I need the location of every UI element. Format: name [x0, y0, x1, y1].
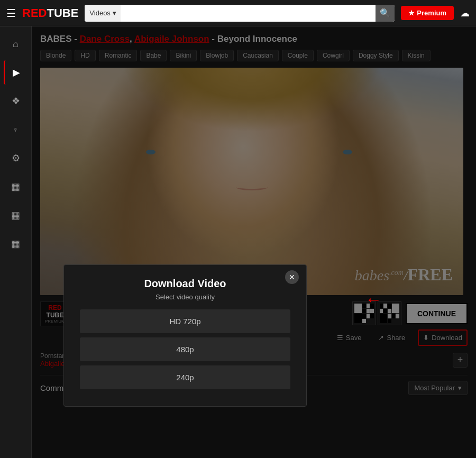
tag-blonde[interactable]: Blonde — [40, 50, 71, 61]
tag-couple[interactable]: Couple — [282, 50, 314, 61]
video-title: BABES - Dane Cross, Abigaile Johnson - B… — [40, 34, 468, 44]
sidebar-item-settings[interactable]: ⚙ — [4, 146, 28, 170]
quality-480p-button[interactable]: 480p — [80, 337, 290, 361]
top-navigation: ☰ REDTUBE Videos ▾ 🔍 ★ Premium ☁ — [0, 0, 476, 26]
share-icon: ↗ — [378, 334, 384, 342]
comments-sort-dropdown[interactable]: Most Popular ▾ — [408, 381, 468, 395]
search-type-label: Videos — [89, 9, 111, 17]
video-title-prefix: BABES - — [40, 34, 80, 44]
site-logo[interactable]: REDTUBE — [22, 6, 78, 20]
share-button[interactable]: ↗ Share — [374, 331, 409, 345]
save-icon: ☰ — [337, 334, 343, 342]
video-player[interactable]: babes.com/FREE — [40, 68, 463, 295]
search-type-dropdown[interactable]: Videos ▾ — [85, 5, 121, 22]
quality-hd720p-button[interactable]: HD 720p — [80, 309, 290, 333]
video-title-suffix: - Beyond Innocence — [209, 34, 297, 44]
tag-doggystyle[interactable]: Doggy Style — [353, 50, 399, 61]
slash-text: / — [404, 267, 408, 283]
search-bar: Videos ▾ 🔍 — [85, 5, 395, 22]
logo-red-text: RED — [22, 6, 47, 20]
close-icon: ✕ — [289, 273, 295, 281]
qr-continue-area: CONTINUE — [352, 301, 468, 325]
dropdown-arrow-icon: ▾ — [113, 9, 116, 17]
sidebar-item-home[interactable]: ⌂ — [4, 32, 28, 56]
sidebar-item-playlists[interactable]: ▦ — [4, 203, 28, 227]
save-label: Save — [346, 334, 362, 342]
sidebar-item-pornstars[interactable]: ♀ — [4, 117, 28, 142]
quality-240p-button[interactable]: 240p — [80, 365, 290, 389]
search-input[interactable] — [121, 5, 376, 22]
tag-kissing[interactable]: Kissin — [402, 50, 431, 61]
pornstars-icon: ♀ — [13, 125, 19, 134]
video-tags: Blonde HD Romantic Babe Bikini Blowjob C… — [40, 50, 468, 61]
channel-logo-white: TUBE — [47, 312, 64, 319]
modal-subtitle: Select video quality — [80, 293, 290, 301]
sidebar-item-more[interactable]: ▦ — [4, 232, 28, 256]
tag-cowgirl[interactable]: Cowgirl — [317, 50, 350, 61]
tag-romantic[interactable]: Romantic — [99, 50, 138, 61]
search-icon: 🔍 — [380, 8, 390, 18]
tag-caucasian[interactable]: Caucasian — [237, 50, 279, 61]
hamburger-icon[interactable]: ☰ — [6, 7, 16, 20]
comments-sort-label: Most Popular — [414, 384, 455, 392]
video-actions: ☰ Save ↗ Share ⬇ Download — [333, 329, 468, 346]
logo-white-text: TUBE — [47, 6, 78, 20]
save-button[interactable]: ☰ Save — [333, 331, 366, 345]
content-area: BABES - Dane Cross, Abigaile Johnson - B… — [32, 26, 476, 458]
star-icon: ★ — [408, 9, 415, 17]
babes-watermark: babes.com/FREE — [355, 265, 453, 285]
video-title-link2[interactable]: Abigaile Johnson — [134, 34, 209, 44]
video-thumbnail: babes.com/FREE — [40, 68, 463, 295]
premium-label: Premium — [417, 9, 446, 17]
playlists-icon: ▦ — [11, 209, 20, 221]
sidebar-item-categories[interactable]: ❖ — [4, 89, 28, 113]
video-title-link1[interactable]: Dane Cross — [80, 34, 130, 44]
babes-text: babes.com — [355, 267, 404, 283]
tag-hd[interactable]: HD — [75, 50, 95, 61]
tag-babe[interactable]: Babe — [140, 50, 167, 61]
free-text: FREE — [408, 265, 453, 284]
video-title-sep: , — [130, 34, 134, 44]
gear-icon: ⚙ — [12, 152, 20, 164]
tag-bikini[interactable]: Bikini — [170, 50, 197, 61]
tag-blowjob[interactable]: Blowjob — [200, 50, 234, 61]
modal-title: Download Video — [80, 278, 290, 290]
main-layout: ⌂ ▶ ❖ ♀ ⚙ ▦ ▦ ▦ BABES - Dane Cross, Abig… — [0, 26, 476, 458]
upload-icon[interactable]: ☁ — [460, 7, 470, 19]
add-pornstar-button[interactable]: + — [453, 353, 468, 368]
channel-logo-red: RED — [48, 304, 61, 312]
download-label: Download — [432, 334, 462, 342]
sidebar-item-channels[interactable]: ▦ — [4, 175, 28, 199]
download-button[interactable]: ⬇ Download — [418, 329, 468, 346]
sidebar-item-videos[interactable]: ▶ — [4, 60, 28, 85]
categories-icon: ❖ — [12, 95, 20, 107]
modal-close-button[interactable]: ✕ — [285, 270, 299, 284]
more-icon: ▦ — [11, 238, 20, 250]
sidebar: ⌂ ▶ ❖ ♀ ⚙ ▦ ▦ ▦ — [0, 26, 32, 458]
qr-code-area — [352, 301, 401, 325]
continue-button[interactable]: CONTINUE — [406, 303, 468, 324]
chevron-down-icon: ▾ — [458, 384, 462, 392]
download-modal: ✕ Download Video Select video quality HD… — [63, 264, 307, 407]
share-label: Share — [387, 334, 405, 342]
premium-button[interactable]: ★ Premium — [401, 6, 454, 20]
video-icon: ▶ — [13, 67, 20, 78]
channel-logo-premium: PREMIUM — [45, 319, 65, 324]
channels-icon: ▦ — [11, 181, 20, 193]
search-submit-button[interactable]: 🔍 — [376, 5, 395, 22]
home-icon: ⌂ — [13, 39, 19, 50]
download-icon: ⬇ — [423, 334, 429, 342]
